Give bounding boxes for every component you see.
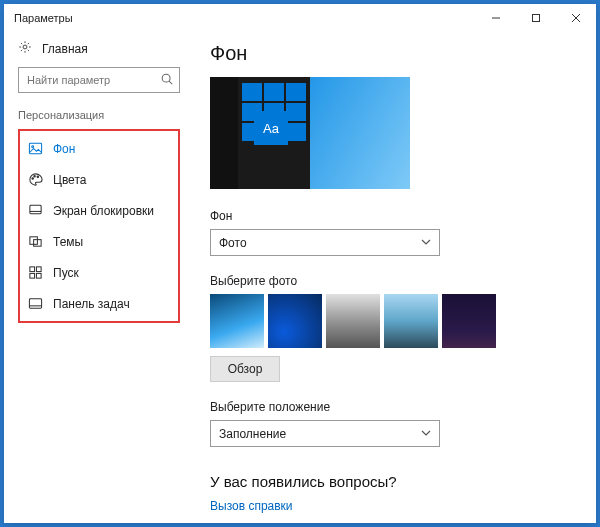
svg-rect-12 [30, 205, 41, 213]
photo-thumb[interactable] [442, 294, 496, 348]
picture-icon [28, 141, 43, 156]
taskbar-icon [28, 296, 43, 311]
photo-thumb[interactable] [268, 294, 322, 348]
background-label: Фон [210, 209, 572, 223]
gear-icon [18, 40, 32, 57]
fit-dropdown[interactable]: Заполнение [210, 420, 440, 447]
window-title: Параметры [14, 12, 73, 24]
lockscreen-icon [28, 203, 43, 218]
chevron-down-icon [421, 236, 431, 250]
svg-rect-1 [533, 15, 540, 22]
sidebar-item-label: Фон [53, 142, 75, 156]
sidebar-item-label: Экран блокировки [53, 204, 154, 218]
svg-point-9 [32, 178, 34, 180]
help-title: У вас появились вопросы? [210, 473, 572, 490]
svg-rect-7 [29, 143, 41, 153]
sidebar-item-label: Пуск [53, 266, 79, 280]
chevron-down-icon [421, 427, 431, 441]
sidebar-item-background[interactable]: Фон [20, 133, 178, 164]
settings-window: Параметры Главная Пе [4, 4, 596, 523]
photo-thumb[interactable] [210, 294, 264, 348]
themes-icon [28, 234, 43, 249]
pick-photo-label: Выберите фото [210, 274, 572, 288]
background-dropdown[interactable]: Фото [210, 229, 440, 256]
sidebar-item-colors[interactable]: Цвета [20, 164, 178, 195]
photo-thumb[interactable] [326, 294, 380, 348]
svg-rect-19 [36, 273, 41, 278]
section-label: Персонализация [18, 109, 180, 121]
help-link[interactable]: Вызов справки [210, 499, 293, 513]
svg-point-4 [23, 45, 27, 49]
desktop-preview: Aa [210, 77, 410, 189]
photo-thumb[interactable] [384, 294, 438, 348]
dropdown-value: Заполнение [219, 427, 286, 441]
page-title: Фон [210, 42, 572, 65]
svg-rect-20 [29, 299, 41, 308]
palette-icon [28, 172, 43, 187]
sidebar: Главная Персонализация Фон [4, 32, 194, 523]
sidebar-item-label: Темы [53, 235, 83, 249]
preview-sample-tile: Aa [254, 111, 288, 145]
photo-thumbnails [210, 294, 572, 348]
svg-point-5 [162, 74, 170, 82]
browse-label: Обзор [228, 362, 263, 376]
svg-rect-18 [30, 273, 35, 278]
browse-button[interactable]: Обзор [210, 356, 280, 382]
search-icon [160, 72, 174, 90]
maximize-button[interactable] [516, 4, 556, 32]
svg-point-8 [32, 146, 34, 148]
nav-list: Фон Цвета Экран блокировки [18, 129, 180, 323]
sidebar-item-themes[interactable]: Темы [20, 226, 178, 257]
home-link[interactable]: Главная [18, 40, 180, 57]
sidebar-item-lockscreen[interactable]: Экран блокировки [20, 195, 178, 226]
svg-rect-17 [36, 267, 41, 272]
svg-line-6 [169, 81, 172, 84]
sidebar-item-label: Цвета [53, 173, 86, 187]
main-panel: Фон Aa Фон Фото Выберите фото [194, 32, 596, 523]
minimize-button[interactable] [476, 4, 516, 32]
dropdown-value: Фото [219, 236, 247, 250]
search-input[interactable] [18, 67, 180, 93]
close-button[interactable] [556, 4, 596, 32]
svg-point-11 [37, 176, 39, 178]
start-icon [28, 265, 43, 280]
home-label: Главная [42, 42, 88, 56]
titlebar: Параметры [4, 4, 596, 32]
sidebar-item-label: Панель задач [53, 297, 130, 311]
svg-point-10 [34, 175, 36, 177]
svg-rect-16 [30, 267, 35, 272]
fit-label: Выберите положение [210, 400, 572, 414]
sidebar-item-start[interactable]: Пуск [20, 257, 178, 288]
search-box [18, 67, 180, 93]
sidebar-item-taskbar[interactable]: Панель задач [20, 288, 178, 319]
